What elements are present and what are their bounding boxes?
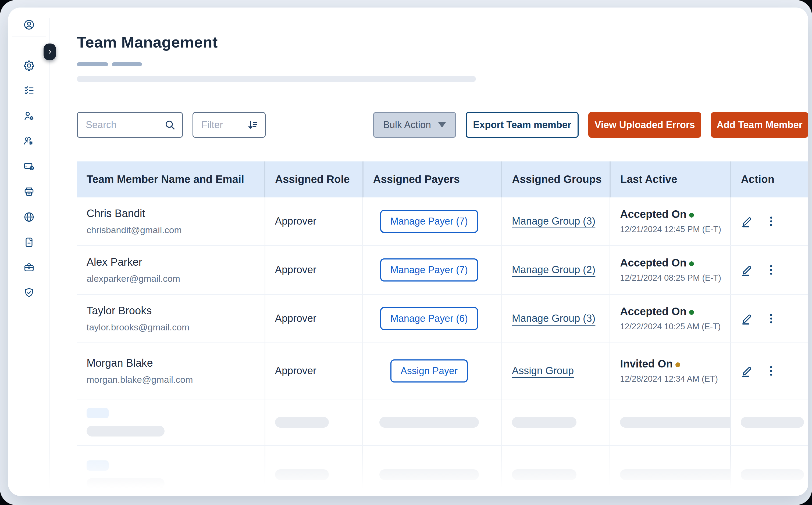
manage-group-link[interactable]: Manage Group (3) — [512, 215, 596, 227]
kebab-menu-icon[interactable] — [765, 365, 777, 377]
toolbar: Bulk Action Export Team member View Uplo… — [77, 112, 808, 138]
add-team-member-button[interactable]: Add Team Member — [711, 112, 808, 138]
skeleton-pill — [620, 417, 736, 428]
skeleton-pill — [741, 469, 804, 480]
page-title: Team Management — [77, 33, 808, 51]
member-name: Taylor Brooks — [87, 305, 258, 317]
status-label: Accepted On — [620, 257, 686, 269]
kebab-menu-icon[interactable] — [765, 264, 777, 276]
main-content: Team Management — [50, 8, 808, 496]
description-skeleton-bar — [77, 76, 476, 82]
search-input[interactable] — [85, 119, 164, 131]
caret-down-icon — [438, 122, 446, 128]
checklist-icon — [23, 85, 35, 97]
breadcrumb-skeleton-pill — [77, 62, 108, 66]
search-box — [77, 112, 183, 138]
status-label: Invited On — [620, 358, 673, 370]
assign-group-link[interactable]: Assign Group — [512, 365, 574, 376]
globe-icon — [23, 211, 35, 223]
sidebar-item-documents[interactable] — [23, 236, 35, 248]
user-gear-icon — [23, 110, 35, 122]
filter-input[interactable] — [201, 119, 247, 131]
status-label: Accepted On — [620, 208, 686, 220]
settings-gear-icon — [23, 60, 35, 71]
member-email: chrisbandit@gmail.com — [87, 225, 258, 235]
last-active-timestamp: 12/21/2024 12:45 PM (E-T) — [620, 224, 724, 234]
assigned-role: Approver — [275, 215, 317, 227]
sidebar-collapse-toggle[interactable] — [43, 43, 56, 60]
profile-icon — [23, 19, 35, 31]
skeleton-pill — [275, 469, 329, 480]
sidebar-item-checklist[interactable] — [23, 85, 35, 97]
table-row: Alex Parker alexparker@gmail.com Approve… — [77, 245, 808, 294]
sidebar-item-settings[interactable] — [23, 60, 35, 71]
skeleton-pill — [87, 408, 109, 418]
breadcrumb-skeleton-pill — [112, 62, 142, 66]
assigned-role: Approver — [275, 264, 317, 275]
assign-payer-button[interactable]: Assign Payer — [390, 359, 468, 382]
skeleton-pill — [87, 478, 164, 489]
skeleton-pill — [512, 469, 576, 480]
view-uploaded-errors-button[interactable]: View Uploaded Errors — [588, 112, 701, 138]
sidebar-item-payments[interactable]: $ — [23, 161, 35, 172]
kebab-menu-icon[interactable] — [765, 312, 777, 325]
column-header-payers: Assigned Payers — [363, 161, 502, 197]
table-row: Taylor Brooks taylor.brooks@gmail.com Ap… — [77, 294, 808, 343]
printer-icon — [23, 186, 35, 198]
manage-payer-button[interactable]: Manage Payer (7) — [380, 259, 478, 282]
export-team-member-button[interactable]: Export Team member — [466, 112, 579, 138]
sidebar-item-web[interactable] — [23, 211, 35, 223]
sidebar-item-business[interactable] — [23, 262, 35, 274]
last-active-timestamp: 12/21/2024 08:25 PM (E-T) — [620, 273, 724, 283]
skeleton-pill — [379, 417, 479, 428]
assigned-role: Approver — [275, 313, 317, 324]
column-header-action: Action — [731, 161, 808, 197]
status-dot-green — [689, 310, 694, 315]
kebab-menu-icon[interactable] — [765, 215, 777, 227]
app-window: $ — [8, 8, 808, 496]
member-name: Alex Parker — [87, 256, 258, 268]
table-row: Morgan Blake morgan.blake@gmail.com Appr… — [77, 343, 808, 399]
skeleton-row — [77, 445, 808, 496]
chevron-right-icon — [47, 49, 53, 55]
team-table: Team Member Name and Email Assigned Role… — [77, 161, 808, 496]
last-active-timestamp: 12/28/2024 12:34 AM (ET) — [620, 374, 724, 384]
briefcase-icon — [23, 262, 35, 274]
edit-pencil-icon[interactable] — [741, 215, 753, 227]
sidebar-item-profile[interactable] — [23, 19, 35, 31]
sidebar-separator — [12, 36, 46, 37]
last-active-timestamp: 12/22/2024 10:25 AM (E-T) — [620, 322, 724, 331]
edit-pencil-icon[interactable] — [741, 264, 753, 276]
skeleton-pill — [620, 469, 736, 480]
edit-pencil-icon[interactable] — [741, 365, 753, 377]
svg-text:$: $ — [31, 167, 33, 169]
table-header: Team Member Name and Email Assigned Role… — [77, 161, 808, 197]
bulk-action-dropdown[interactable]: Bulk Action — [373, 112, 456, 138]
status-dot-amber — [675, 362, 680, 367]
assigned-role: Approver — [275, 365, 317, 376]
sidebar-item-user-settings[interactable] — [23, 110, 35, 122]
manage-payer-button[interactable]: Manage Payer (7) — [380, 210, 478, 233]
column-header-name-email: Team Member Name and Email — [77, 161, 265, 197]
column-header-last-active: Last Active — [610, 161, 731, 197]
shield-check-icon — [23, 287, 35, 299]
skeleton-pill — [87, 426, 164, 437]
payment-card-icon: $ — [23, 161, 35, 172]
page-background: $ — [0, 0, 812, 505]
table-row: Chris Bandit chrisbandit@gmail.com Appro… — [77, 197, 808, 246]
edit-pencil-icon[interactable] — [741, 312, 753, 325]
member-name: Chris Bandit — [87, 207, 258, 219]
skeleton-pill — [379, 469, 479, 480]
sidebar-item-print[interactable] — [23, 186, 35, 198]
sidebar-item-team-settings[interactable] — [23, 135, 35, 147]
sidebar: $ — [8, 8, 50, 496]
manage-payer-button[interactable]: Manage Payer (6) — [380, 307, 478, 330]
skeleton-pill — [741, 417, 804, 428]
breadcrumb — [77, 62, 808, 66]
manage-group-link[interactable]: Manage Group (3) — [512, 313, 596, 324]
skeleton-pill — [512, 417, 576, 428]
sidebar-item-security[interactable] — [23, 287, 35, 299]
status-dot-green — [689, 262, 694, 266]
manage-group-link[interactable]: Manage Group (2) — [512, 264, 596, 275]
search-icon — [164, 119, 176, 131]
